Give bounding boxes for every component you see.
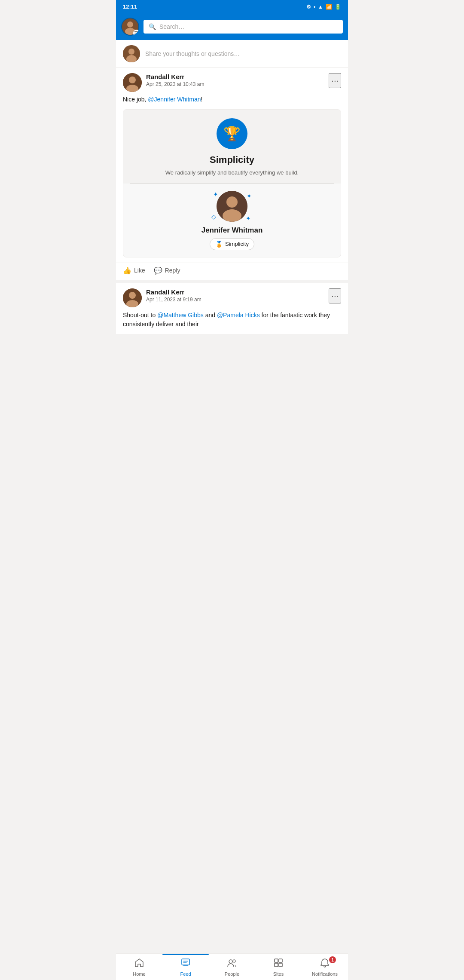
menu-lines [134,31,139,35]
svg-point-20 [233,960,235,962]
search-icon: 🔍 [149,23,156,30]
like-label: Like [134,267,145,274]
post-more-button-1[interactable]: ··· [329,73,341,88]
search-bar[interactable]: 🔍 Search… [143,20,343,34]
status-bar: 12:11 ⚙ • ▲ 📶 🔋 [116,0,348,13]
battery-icon: 🔋 [335,4,341,10]
hamburger-icon [133,30,139,36]
menu-avatar-button[interactable] [121,18,139,36]
mention-matthew[interactable]: @Matthew Gibbs [157,312,204,318]
feed-active-bar [162,954,209,955]
pill-badge-icon: 🏅 [215,241,223,248]
svg-rect-21 [275,959,278,962]
home-icon [134,958,144,970]
recipient-avatar-wrap: ✦ ✦ ◇ ✦ [217,191,247,222]
settings-icon: ⚙ [306,4,311,10]
pill-label: Simplicity [225,241,249,247]
post-body-1: Nice job, @Jennifer Whitman! [116,95,348,109]
svg-point-7 [128,49,134,55]
like-icon: 👍 [123,266,131,275]
mention-jennifer[interactable]: @Jennifer Whitman [148,96,201,103]
post-header-2: Randall Kerr Apr 11, 2023 at 9:19 am ··· [116,283,348,311]
status-time: 12:11 [123,3,137,10]
post-author-name-1: Randall Kerr [146,73,324,80]
svg-rect-23 [275,963,278,967]
notification-badge: 1 [329,956,336,963]
nav-feed[interactable]: Feed [162,954,209,980]
content-area: Share your thoughts or questions… Randal… [116,40,348,980]
svg-point-10 [129,77,136,83]
reply-icon: 💬 [154,266,162,275]
nav-feed-label: Feed [180,971,191,977]
post-author-avatar-1 [123,73,142,92]
like-button-1[interactable]: 👍 Like [123,266,145,275]
post-body-2: Shout-out to @Matthew Gibbs and @Pamela … [116,311,348,334]
svg-point-19 [229,960,232,963]
nav-sites[interactable]: Sites [255,954,302,980]
wifi-icon: ▲ [318,4,323,10]
badge-desc: We radically simplify and beautify every… [165,169,299,177]
recipient-badge-pill[interactable]: 🏅 Simplicity [210,238,254,250]
post-time-1: Apr 25, 2023 at 10:43 am [146,81,324,87]
cellular-icon: 📶 [326,4,332,10]
recipient-name: Jennifer Whitman [201,226,263,235]
post-card-2: Randall Kerr Apr 11, 2023 at 9:19 am ···… [116,283,348,334]
post-author-avatar-2 [123,288,142,307]
nav-sites-label: Sites [273,971,284,977]
sparkle-icon-br: ✦ [246,215,251,222]
nav-notifications[interactable]: 1 Notifications [302,954,348,980]
svg-point-1 [127,21,133,28]
recipient-section: ✦ ✦ ◇ ✦ Jennifer Whitman 🏅 Simplicity [123,184,341,257]
sparkle-icon-tr: ✦ [247,193,252,199]
svg-rect-24 [279,963,282,967]
sites-icon [274,958,283,970]
svg-rect-3 [134,31,139,32]
bottom-nav: Home Feed People [116,953,348,980]
nav-people[interactable]: People [209,954,255,980]
svg-point-13 [226,196,238,208]
search-placeholder: Search… [159,23,184,30]
post-author-name-2: Randall Kerr [146,288,324,296]
post-card-1: Randall Kerr Apr 25, 2023 at 10:43 am ··… [116,68,348,280]
svg-rect-18 [182,959,189,965]
dot-icon: • [314,4,315,10]
recognition-card: 🏆 Simplicity We radically simplify and b… [123,109,341,257]
svg-rect-5 [134,34,139,35]
post-actions-1: 👍 Like 💬 Reply [116,263,348,280]
svg-point-16 [129,292,136,299]
badge-title: Simplicity [210,154,254,165]
status-icons: ⚙ • ▲ 📶 🔋 [306,4,341,10]
nav-notifications-label: Notifications [312,971,338,977]
notifications-icon [320,958,330,970]
mention-pamela[interactable]: @Pamela Hicks [217,312,260,318]
reply-label: Reply [165,267,180,274]
post-meta-2: Randall Kerr Apr 11, 2023 at 9:19 am [146,288,324,303]
sparkle-icon-bl: ◇ [211,213,216,220]
recipient-avatar [217,191,247,222]
post-more-button-2[interactable]: ··· [329,288,341,303]
post-meta-1: Randall Kerr Apr 25, 2023 at 10:43 am [146,73,324,87]
people-icon [227,958,237,970]
share-placeholder-text: Share your thoughts or questions… [145,50,240,57]
feed-icon [181,958,190,970]
svg-rect-4 [134,33,139,34]
badge-section: 🏆 Simplicity We radically simplify and b… [123,110,341,184]
current-user-avatar [123,45,140,62]
nav-home-label: Home [133,971,145,977]
nav-people-label: People [225,971,239,977]
post-time-2: Apr 11, 2023 at 9:19 am [146,297,324,303]
share-bar[interactable]: Share your thoughts or questions… [116,40,348,68]
badge-circle: 🏆 [217,118,247,149]
reply-button-1[interactable]: 💬 Reply [154,266,180,275]
nav-home[interactable]: Home [116,954,162,980]
svg-point-14 [223,209,241,222]
post-header-1: Randall Kerr Apr 25, 2023 at 10:43 am ··… [116,68,348,95]
svg-rect-22 [279,959,282,962]
trophy-icon: 🏆 [223,126,241,142]
app-header: 🔍 Search… [116,13,348,40]
sparkle-icon-tl: ✦ [213,191,218,198]
